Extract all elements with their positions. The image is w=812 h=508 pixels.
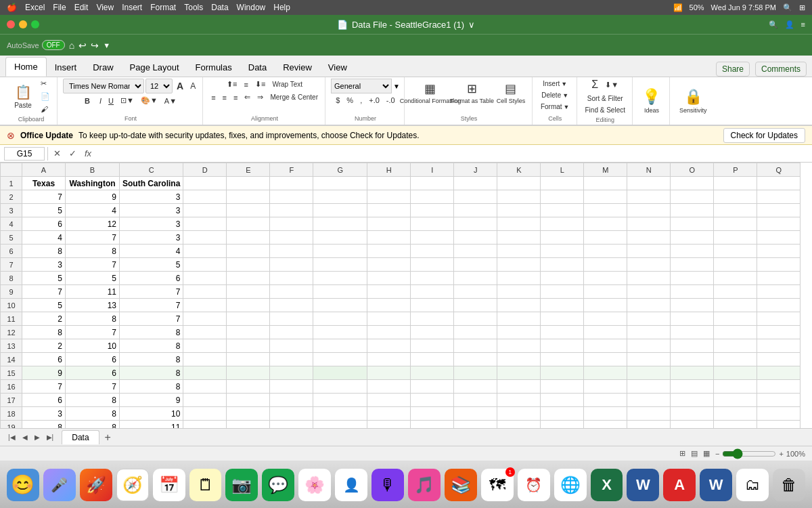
cell-r6-c3[interactable]: 4 — [120, 245, 183, 258]
col-header-F[interactable]: F — [270, 163, 313, 177]
font-size-select[interactable]: 12 10 14 — [145, 79, 173, 93]
row-header-4[interactable]: 4 — [1, 217, 22, 231]
cell-r2-c4[interactable] — [183, 190, 227, 204]
cell-r17-c17[interactable] — [757, 394, 800, 407]
cell-r16-c5[interactable] — [227, 380, 270, 394]
cell-r14-c6[interactable] — [270, 353, 313, 366]
cell-r10-c15[interactable] — [671, 299, 714, 312]
menu-view[interactable]: View — [96, 3, 114, 12]
sheet-nav-last[interactable]: ▶| — [44, 432, 57, 442]
indent-decrease-btn[interactable]: ⇐ — [242, 91, 253, 103]
cell-r4-c13[interactable] — [584, 217, 627, 231]
cell-r11-c2[interactable]: 8 — [66, 312, 120, 326]
cell-r10-c6[interactable] — [270, 299, 313, 312]
cell-r7-c17[interactable] — [757, 258, 800, 272]
row-header-1[interactable]: 1 — [1, 177, 22, 190]
menu-tools[interactable]: Tools — [184, 3, 203, 12]
cell-r12-c4[interactable] — [183, 326, 227, 339]
cell-r6-c5[interactable] — [227, 245, 270, 258]
cell-r12-c14[interactable] — [627, 326, 671, 339]
cell-r13-c6[interactable] — [270, 339, 313, 353]
cell-r8-c5[interactable] — [227, 272, 270, 285]
cell-r14-c17[interactable] — [757, 353, 800, 366]
col-header-P[interactable]: P — [714, 163, 757, 177]
cell-r4-c15[interactable] — [671, 217, 714, 231]
cell-r1-c15[interactable] — [671, 177, 714, 190]
cell-r2-c17[interactable] — [757, 190, 800, 204]
dock-finder2[interactable]: 🗂 — [736, 469, 769, 501]
dock-photos[interactable]: 🌸 — [298, 469, 331, 501]
underline-button[interactable]: U — [106, 96, 116, 106]
cell-r4-c17[interactable] — [757, 217, 800, 231]
cell-r18-c1[interactable]: 3 — [22, 407, 66, 421]
cell-reference-box[interactable] — [4, 147, 45, 161]
cell-r14-c16[interactable] — [714, 353, 757, 366]
cell-r9-c3[interactable]: 7 — [120, 285, 183, 299]
cell-r19-c8[interactable] — [367, 421, 411, 429]
cell-r4-c5[interactable] — [227, 217, 270, 231]
cell-r8-c9[interactable] — [411, 272, 454, 285]
cell-r3-c11[interactable] — [497, 204, 541, 217]
cell-r10-c7[interactable] — [313, 299, 367, 312]
cell-r19-c3[interactable]: 11 — [120, 421, 183, 429]
formula-cancel-btn[interactable]: ✕ — [51, 147, 64, 160]
cell-r5-c11[interactable] — [497, 231, 541, 245]
cell-r4-c12[interactable] — [541, 217, 584, 231]
menu-help[interactable]: Help — [273, 3, 290, 12]
customize-icon[interactable]: ▼ — [103, 41, 110, 49]
cell-r7-c10[interactable] — [454, 258, 497, 272]
cell-r12-c16[interactable] — [714, 326, 757, 339]
cell-r12-c15[interactable] — [671, 326, 714, 339]
tab-page-layout[interactable]: Page Layout — [122, 58, 187, 77]
autosave-toggle[interactable]: OFF — [42, 40, 65, 50]
cell-r3-c16[interactable] — [714, 204, 757, 217]
row-header-8[interactable]: 8 — [1, 272, 22, 285]
cell-r6-c14[interactable] — [627, 245, 671, 258]
cell-r3-c1[interactable]: 5 — [22, 204, 66, 217]
cell-r17-c12[interactable] — [541, 394, 584, 407]
minimize-button[interactable] — [19, 20, 27, 28]
cell-r14-c13[interactable] — [584, 353, 627, 366]
cell-r14-c9[interactable] — [411, 353, 454, 366]
cell-r9-c14[interactable] — [627, 285, 671, 299]
cell-r14-c5[interactable] — [227, 353, 270, 366]
cell-r2-c16[interactable] — [714, 190, 757, 204]
col-header-H[interactable]: H — [367, 163, 411, 177]
cell-r19-c10[interactable] — [454, 421, 497, 429]
menu-edit[interactable]: Edit — [74, 3, 89, 12]
close-button[interactable] — [7, 20, 15, 28]
bold-button[interactable]: B — [82, 96, 95, 106]
sheet-nav-next[interactable]: ▶ — [32, 432, 43, 442]
cell-r17-c16[interactable] — [714, 394, 757, 407]
cell-r5-c3[interactable]: 3 — [120, 231, 183, 245]
cell-r4-c11[interactable] — [497, 217, 541, 231]
cell-r6-c9[interactable] — [411, 245, 454, 258]
dock-clock[interactable]: ⏰ — [518, 469, 550, 501]
increase-decimal-btn[interactable]: +.0 — [366, 95, 382, 106]
cell-r13-c11[interactable] — [497, 339, 541, 353]
cell-r11-c9[interactable] — [411, 312, 454, 326]
cell-r5-c17[interactable] — [757, 231, 800, 245]
col-header-B[interactable]: B — [66, 163, 120, 177]
comma-btn[interactable]: , — [357, 95, 365, 106]
cell-r11-c3[interactable]: 7 — [120, 312, 183, 326]
dock-notes[interactable]: 🗒 — [189, 469, 222, 501]
cell-r1-c1[interactable]: Texas — [22, 177, 66, 190]
format-painter-btn[interactable]: 🖌 — [38, 104, 53, 114]
dock-music[interactable]: 🎵 — [408, 469, 441, 501]
border-btn[interactable]: ⊡▼ — [118, 95, 137, 106]
cell-r8-c16[interactable] — [714, 272, 757, 285]
cell-r4-c8[interactable] — [367, 217, 411, 231]
cell-r11-c5[interactable] — [227, 312, 270, 326]
cell-r12-c17[interactable] — [757, 326, 800, 339]
cell-r13-c9[interactable] — [411, 339, 454, 353]
cell-r13-c1[interactable]: 2 — [22, 339, 66, 353]
cell-r2-c11[interactable] — [497, 190, 541, 204]
cell-r12-c10[interactable] — [454, 326, 497, 339]
cell-r6-c6[interactable] — [270, 245, 313, 258]
font-color-btn[interactable]: A▼ — [162, 96, 179, 106]
dock-excel[interactable]: X — [591, 469, 623, 501]
number-format-chevron[interactable]: ▼ — [393, 83, 400, 90]
cell-r18-c7[interactable] — [313, 407, 367, 421]
cell-r18-c9[interactable] — [411, 407, 454, 421]
